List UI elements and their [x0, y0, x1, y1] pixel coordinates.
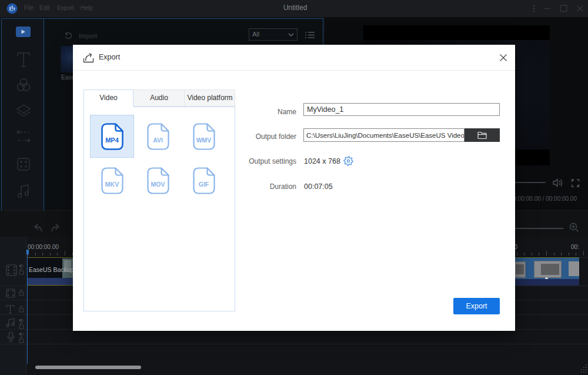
- svg-text:MKV: MKV: [105, 181, 119, 188]
- svg-text:GIF: GIF: [199, 181, 209, 188]
- svg-text:MOV: MOV: [151, 181, 165, 188]
- svg-text:WMV: WMV: [196, 137, 212, 144]
- svg-text:MP4: MP4: [105, 137, 119, 144]
- svg-text:AVI: AVI: [153, 137, 163, 144]
